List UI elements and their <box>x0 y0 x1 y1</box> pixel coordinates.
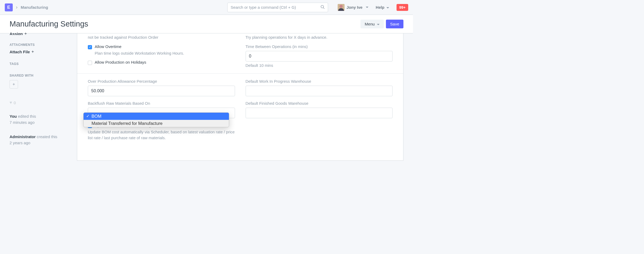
attachments-heading: ATTACHMENTS <box>10 43 72 47</box>
field-label: Default Finished Goods Warehouse <box>246 101 393 106</box>
search-input[interactable] <box>231 5 320 10</box>
shared-with-heading: SHARED WITH <box>10 74 72 77</box>
field-help: Try planning operations for X days in ad… <box>246 34 393 41</box>
time-between-input[interactable] <box>246 51 393 62</box>
svg-line-1 <box>323 8 324 9</box>
chevron-down-icon <box>366 7 368 8</box>
page-header: Manufacturing Settings Menu Save <box>0 15 413 33</box>
assign-action[interactable]: Assign+ <box>10 32 72 35</box>
backflush-dropdown: BOM Material Transferred for Manufacture <box>83 112 229 127</box>
menu-button[interactable]: Menu <box>360 20 384 28</box>
timeline-entry: You edited this 7 minutes ago <box>10 113 72 125</box>
timeline-entry: Administrator created this 2 years ago <box>10 134 72 146</box>
likes-count: 0 <box>14 100 16 105</box>
timeline-action: edited this <box>18 114 36 119</box>
field-label: Default Work In Progress Warehouse <box>246 79 393 84</box>
over-production-input[interactable] <box>88 86 235 96</box>
breadcrumb[interactable]: Manufacturing <box>21 5 48 10</box>
checkbox-label: Allow Production on Holidays <box>95 60 146 64</box>
user-name: Jony Ive <box>347 5 363 10</box>
allow-holidays-checkbox[interactable]: Allow Production on Holidays <box>88 60 235 65</box>
timeline-action: created this <box>37 134 58 139</box>
notification-badge[interactable]: 99+ <box>397 4 408 11</box>
avatar <box>338 4 345 11</box>
attach-file-action[interactable]: Attach File + <box>10 49 72 54</box>
heart-icon: ♥ <box>10 100 12 105</box>
tags-heading: TAGS <box>10 62 72 66</box>
field-help: not be tracked against Production Order <box>88 34 235 41</box>
field-label: Backflush Raw Materials Based On <box>88 101 235 106</box>
svg-point-0 <box>321 5 324 8</box>
form-area: not be tracked against Production Order … <box>77 33 403 161</box>
field-help: Default 10 mins <box>246 63 393 68</box>
checkbox-icon <box>88 61 92 65</box>
chevron-down-icon <box>386 7 389 8</box>
sidebar: Assign+ ATTACHMENTS Attach File + TAGS S… <box>10 33 77 161</box>
default-wip-warehouse-input[interactable] <box>246 86 393 96</box>
default-fg-warehouse-input[interactable] <box>246 108 393 118</box>
search-box[interactable] <box>227 3 328 12</box>
field-help: Update BOM cost automatically via Schedu… <box>88 129 235 141</box>
page-body: Assign+ ATTACHMENTS Attach File + TAGS S… <box>0 33 413 161</box>
user-menu[interactable]: Jony Ive <box>338 4 368 11</box>
form-section: Over Production Allowance Percentage Bac… <box>77 74 403 151</box>
add-shared-user[interactable]: + <box>10 80 18 89</box>
attach-file-label: Attach File <box>10 50 30 54</box>
field-label: Over Production Allowance Percentage <box>88 79 235 84</box>
help-label: Help <box>376 5 385 10</box>
checkbox-icon: ✓ <box>88 45 92 49</box>
checkbox-label: Allow Overtime <box>95 44 121 49</box>
field-help: Plan time logs outside Workstation Worki… <box>95 50 235 56</box>
timeline-when: 2 years ago <box>10 141 30 145</box>
plus-icon: + <box>32 49 34 54</box>
breadcrumb-chevron-icon: › <box>16 5 18 10</box>
timeline-who: Administrator <box>10 134 36 139</box>
chevron-down-icon <box>377 24 380 25</box>
field-label: Time Between Operations (in mins) <box>246 44 393 49</box>
plus-icon: + <box>12 82 15 87</box>
page-title: Manufacturing Settings <box>10 20 88 28</box>
dropdown-option[interactable]: BOM <box>84 113 229 120</box>
menu-button-label: Menu <box>365 22 375 26</box>
form-section: not be tracked against Production Order … <box>77 33 403 74</box>
timeline-when: 7 minutes ago <box>10 120 34 125</box>
timeline-who: You <box>10 114 17 119</box>
plus-icon: + <box>24 32 27 35</box>
dropdown-option[interactable]: Material Transferred for Manufacture <box>84 120 229 127</box>
help-menu[interactable]: Help <box>376 5 389 10</box>
allow-overtime-checkbox[interactable]: ✓ Allow Overtime <box>88 44 235 49</box>
app-logo[interactable]: E <box>5 3 13 11</box>
likes-row[interactable]: ♥ 0 <box>10 100 72 105</box>
search-icon <box>320 5 325 10</box>
navbar: E › Manufacturing Jony Ive Help 99+ <box>0 0 413 15</box>
save-button[interactable]: Save <box>386 20 403 28</box>
